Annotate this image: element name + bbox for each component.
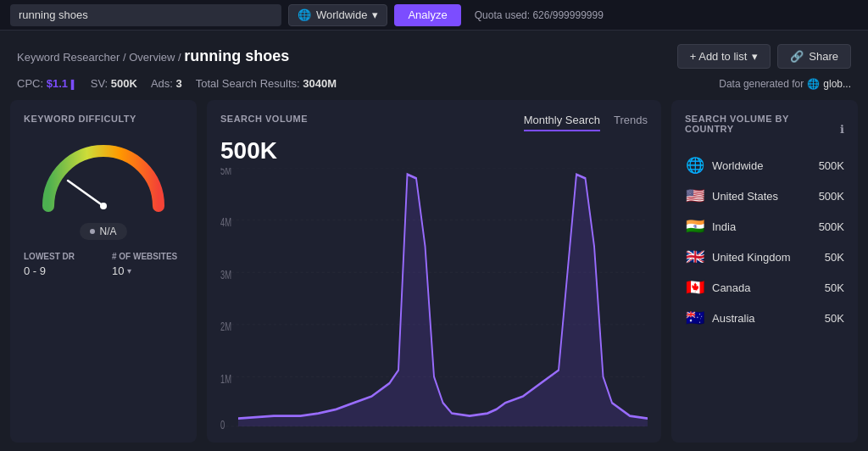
country-flag: 🇦🇺 — [685, 309, 705, 327]
country-name: United States — [712, 190, 812, 203]
data-generated: Data generated for 🌐 glob... — [719, 78, 851, 90]
sv-big-number: 500K — [220, 137, 648, 164]
total-value: 3040M — [303, 77, 337, 90]
metrics-bar: CPC: $1.1 ▌ SV: 500K Ads: 3 Total Search… — [0, 77, 868, 100]
ads-value: 3 — [176, 77, 182, 90]
country-flag: 🇮🇳 — [685, 217, 705, 236]
country-name: United Kingdom — [712, 251, 818, 264]
websites-num: 10 — [112, 264, 124, 277]
country-volume: 50K — [825, 312, 844, 325]
ads-label: Ads: — [151, 77, 173, 90]
data-location: glob... — [823, 78, 851, 90]
country-flag: 🌐 — [685, 156, 705, 175]
add-to-list-button[interactable]: + Add to list ▾ — [677, 44, 771, 69]
location-label: Worldwide — [316, 8, 367, 21]
search-input[interactable] — [19, 8, 273, 21]
keyword-difficulty-card: KEYWORD DIFFICULTY — [10, 100, 197, 443]
svg-text:0: 0 — [220, 418, 225, 429]
breadcrumb-actions: + Add to list ▾ 🔗 Share — [677, 44, 851, 69]
info-icon: ℹ — [840, 123, 844, 136]
gauge-svg — [36, 134, 171, 214]
main-content: KEYWORD DIFFICULTY — [0, 100, 868, 443]
kd-card-title: KEYWORD DIFFICULTY — [24, 114, 183, 124]
svg-text:2M: 2M — [220, 320, 231, 334]
svg-point-1 — [100, 203, 107, 209]
sv-metric: SV: 500K — [91, 77, 137, 90]
na-badge: N/A — [80, 223, 126, 240]
breadcrumb-bar: Keyword Researcher / Overview / running … — [0, 31, 868, 77]
svg-text:5M: 5M — [220, 168, 231, 177]
cpc-bar-indicator: ▌ — [71, 80, 77, 89]
country-volume: 50K — [825, 251, 844, 264]
country-name: Australia — [712, 312, 818, 325]
total-label: Total Search Results: — [196, 77, 300, 90]
svg-text:4M: 4M — [220, 215, 231, 229]
country-name: India — [712, 220, 812, 233]
country-volume: 500K — [819, 190, 844, 203]
country-row: 🇦🇺 Australia 50K — [685, 309, 844, 327]
chart-fill — [238, 175, 648, 426]
svg-text:1M: 1M — [220, 372, 231, 386]
cpc-label: CPC: — [17, 77, 43, 90]
analyze-button[interactable]: Analyze — [394, 4, 460, 26]
country-name: Worldwide — [712, 159, 812, 172]
location-dropdown[interactable]: 🌐 Worldwide ▾ — [288, 4, 387, 26]
na-badge-wrap: N/A — [24, 223, 183, 240]
add-to-list-label: + Add to list — [690, 50, 748, 63]
na-dot — [90, 229, 95, 234]
country-volume: 50K — [825, 281, 844, 294]
tab-monthly-search[interactable]: Monthly Search — [524, 114, 600, 131]
cpc-metric: CPC: $1.1 ▌ — [17, 77, 77, 90]
svg-line-0 — [68, 181, 103, 206]
svg-text:3M: 3M — [220, 268, 231, 281]
cpc-value: $1.1 — [47, 77, 68, 90]
chevron-down-icon: ▾ — [752, 50, 758, 63]
country-card-header: SEARCH VOLUME BY COUNTRY ℹ — [685, 114, 844, 144]
chevron-down-icon: ▾ — [372, 8, 378, 21]
share-button[interactable]: 🔗 Share — [777, 44, 851, 69]
chart-area: 5M 4M 3M 2M 1M 0 Feb 2020 Jan 2021 Dec 2… — [220, 168, 648, 429]
tab-trends[interactable]: Trends — [614, 114, 648, 131]
search-volume-by-country-card: SEARCH VOLUME BY COUNTRY ℹ 🌐 Worldwide 5… — [671, 100, 858, 443]
search-volume-card: SEARCH VOLUME Monthly Search Trends 500K… — [207, 100, 661, 443]
quota-label: Quota used: 626/999999999 — [475, 9, 604, 21]
country-volume: 500K — [819, 159, 844, 172]
websites-label: # OF WEBSITES — [112, 252, 183, 261]
data-generated-text: Data generated for — [719, 78, 804, 90]
country-row: 🇮🇳 India 500K — [685, 217, 844, 236]
country-row: 🌐 Worldwide 500K — [685, 156, 844, 175]
lowest-dr-value: 0 - 9 — [24, 264, 95, 277]
sv-tabs: Monthly Search Trends — [524, 114, 648, 131]
breadcrumb: Keyword Researcher / Overview / running … — [17, 47, 289, 65]
gauge-wrap — [24, 134, 183, 214]
country-list: 🌐 Worldwide 500K 🇺🇸 United States 500K 🇮… — [685, 156, 844, 327]
country-volume: 500K — [819, 220, 844, 233]
down-arrow-icon: ▾ — [127, 266, 131, 276]
breadcrumb-part1: Keyword Researcher — [17, 51, 120, 64]
navbar: 🌐 Worldwide ▾ Analyze Quota used: 626/99… — [0, 0, 868, 31]
websites-value: 10 ▾ — [112, 264, 183, 277]
share-icon: 🔗 — [790, 50, 804, 63]
breadcrumb-part2: Overview — [129, 51, 175, 64]
lowest-dr-stat: LOWEST DR 0 - 9 — [24, 252, 95, 277]
search-volume-chart: 5M 4M 3M 2M 1M 0 Feb 2020 Jan 2021 Dec 2… — [220, 168, 648, 429]
globe-icon-small: 🌐 — [807, 78, 820, 90]
total-metric: Total Search Results: 3040M — [196, 77, 337, 90]
country-row: 🇺🇸 United States 500K — [685, 187, 844, 205]
sv-card-title: SEARCH VOLUME — [220, 114, 308, 124]
breadcrumb-keyword: running shoes — [184, 47, 289, 64]
country-card-title: SEARCH VOLUME BY COUNTRY — [685, 114, 840, 134]
globe-icon: 🌐 — [298, 8, 311, 21]
share-label: Share — [809, 50, 838, 63]
country-name: Canada — [712, 281, 818, 294]
sv-value: 500K — [111, 77, 137, 90]
ads-metric: Ads: 3 — [151, 77, 182, 90]
websites-stat: # OF WEBSITES 10 ▾ — [112, 252, 183, 277]
country-row: 🇨🇦 Canada 50K — [685, 278, 844, 297]
country-flag: 🇺🇸 — [685, 187, 705, 205]
sv-label: SV: — [91, 77, 108, 90]
search-input-wrap[interactable] — [10, 4, 281, 26]
country-flag: 🇨🇦 — [685, 278, 705, 297]
na-label: N/A — [99, 226, 116, 237]
country-flag: 🇬🇧 — [685, 248, 705, 266]
